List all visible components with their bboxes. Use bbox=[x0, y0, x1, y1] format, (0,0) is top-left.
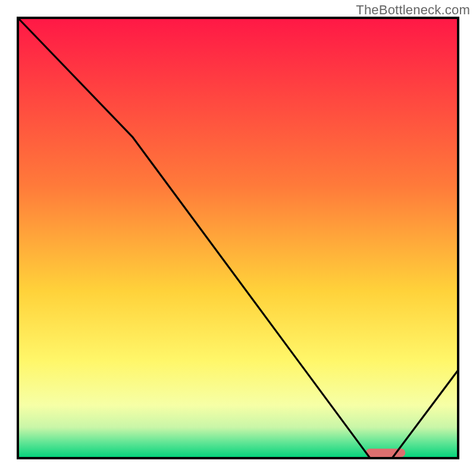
chart-container: TheBottleneck.com bbox=[0, 0, 476, 476]
chart-watermark: TheBottleneck.com bbox=[356, 2, 470, 18]
bottleneck-chart bbox=[0, 0, 476, 476]
plot-background bbox=[18, 18, 458, 458]
